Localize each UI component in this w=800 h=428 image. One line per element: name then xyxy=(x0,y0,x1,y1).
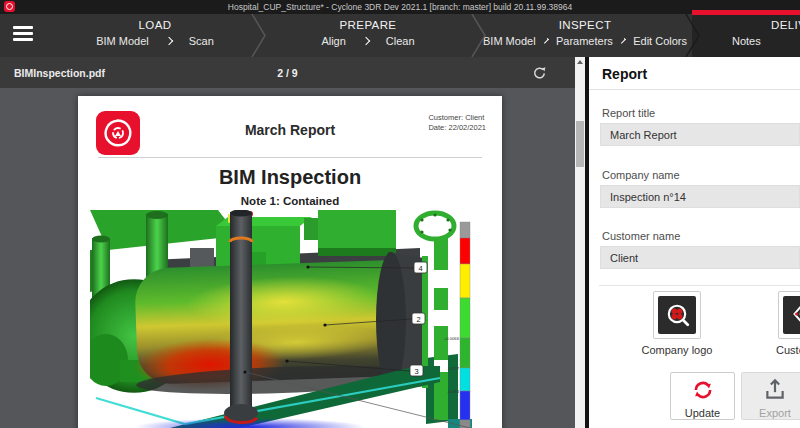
export-button-label: Export xyxy=(742,407,800,419)
chevron-right-icon xyxy=(362,37,370,45)
pdf-toolbar: BIMInspection.pdf 2 / 9 xyxy=(0,57,575,88)
ribbon-item-bim-model-load[interactable]: BIM Model xyxy=(96,35,149,47)
export-icon xyxy=(763,378,787,402)
panel-title-divider xyxy=(589,89,800,90)
vertical-scrollbar[interactable] xyxy=(575,57,585,428)
customize-button-label: Customize xyxy=(737,344,800,356)
logo-magnifier-icon xyxy=(663,301,691,329)
chevron-right-icon xyxy=(543,38,549,44)
hamburger-menu-button[interactable] xyxy=(13,26,33,44)
chevron-right-icon xyxy=(165,37,173,45)
header-divider xyxy=(98,157,482,158)
customer-name-label: Customer name xyxy=(602,230,680,242)
scrollbar-thumb[interactable] xyxy=(576,121,584,167)
pdf-viewport: March Report Customer: Client Date: 22/0… xyxy=(0,88,575,428)
company-logo-button[interactable] xyxy=(653,291,701,339)
panel-title: Report xyxy=(602,66,647,82)
update-button-label: Update xyxy=(671,407,734,419)
company-logo-button-label: Company logo xyxy=(612,344,742,356)
report-panel: Report Report title Company name Custome… xyxy=(589,57,800,428)
customize-button[interactable] xyxy=(778,291,800,339)
chevron-right-icon xyxy=(620,38,626,44)
section-title-inspect: INSPECT xyxy=(478,19,692,31)
update-refresh-icon xyxy=(691,378,715,402)
company-name-input[interactable] xyxy=(600,185,800,208)
cyclone-3dr-window: Hospital_CUP_Structure* - Cyclone 3DR De… xyxy=(0,0,800,428)
ribbon-item-bim-model-inspect[interactable]: BIM Model xyxy=(483,35,536,47)
export-button[interactable]: Export xyxy=(741,372,800,420)
active-section-indicator xyxy=(692,10,800,15)
scroll-up-arrow-icon[interactable] xyxy=(577,60,583,64)
workflow-ribbon: LOAD BIM Model Scan PREPARE Align Clean … xyxy=(0,14,800,57)
ribbon-section-load: LOAD BIM Model Scan xyxy=(0,14,258,57)
document-title: BIM Inspection xyxy=(78,166,502,189)
customer-name-input[interactable] xyxy=(600,246,800,269)
ribbon-item-notes[interactable]: Notes xyxy=(732,35,761,47)
svg-text:4: 4 xyxy=(418,264,422,273)
section-title-prepare: PREPARE xyxy=(258,19,478,31)
section-title-deliver: DELIVER xyxy=(692,19,800,31)
update-button[interactable]: Update xyxy=(670,372,735,420)
fields-divider xyxy=(599,285,800,286)
ribbon-item-scan[interactable]: Scan xyxy=(189,35,214,47)
customize-report-icon xyxy=(788,301,800,329)
report-title-label: Report title xyxy=(602,107,655,119)
ribbon-section-deliver: DELIVER Notes xyxy=(692,14,800,57)
svg-text:-0.027: -0.027 xyxy=(447,366,460,371)
svg-text:-0.064: -0.064 xyxy=(447,389,460,394)
note-subtitle: Note 1: Contained xyxy=(78,195,502,207)
svg-text:2: 2 xyxy=(416,315,420,324)
color-scale-bar xyxy=(460,222,470,428)
ribbon-item-align[interactable]: Align xyxy=(321,35,345,47)
customer-line: Customer: Client xyxy=(428,113,486,123)
company-name-label: Company name xyxy=(602,169,680,181)
pdf-page-indicator: 2 / 9 xyxy=(0,67,575,79)
ribbon-section-inspect: INSPECT BIM Model Parameters Edit Colors xyxy=(478,14,692,57)
customize-group: Customize xyxy=(737,291,800,356)
pdf-page: March Report Customer: Client Date: 22/0… xyxy=(78,96,502,428)
company-logo-group: Company logo xyxy=(612,291,742,356)
ribbon-item-clean[interactable]: Clean xyxy=(386,35,415,47)
ribbon-section-prepare: PREPARE Align Clean xyxy=(258,14,478,57)
report-title-input[interactable] xyxy=(600,123,800,146)
svg-text:+0.0066: +0.0066 xyxy=(444,336,460,341)
ribbon-item-edit-colors[interactable]: Edit Colors xyxy=(633,35,687,47)
svg-text:3: 3 xyxy=(414,367,418,376)
window-title: Hospital_CUP_Structure* - Cyclone 3DR De… xyxy=(228,2,572,12)
report-meta: Customer: Client Date: 22/02/2021 xyxy=(428,113,486,133)
ribbon-item-parameters[interactable]: Parameters xyxy=(556,35,613,47)
title-bar: Hospital_CUP_Structure* - Cyclone 3DR De… xyxy=(0,0,800,14)
app-logo-icon xyxy=(4,1,15,12)
inspection-model-figure: +0.0066 -0.027 -0.064 4 xyxy=(90,210,480,428)
date-line: Date: 22/02/2021 xyxy=(428,123,486,133)
refresh-icon[interactable] xyxy=(532,65,547,80)
section-title-load: LOAD xyxy=(52,19,258,31)
